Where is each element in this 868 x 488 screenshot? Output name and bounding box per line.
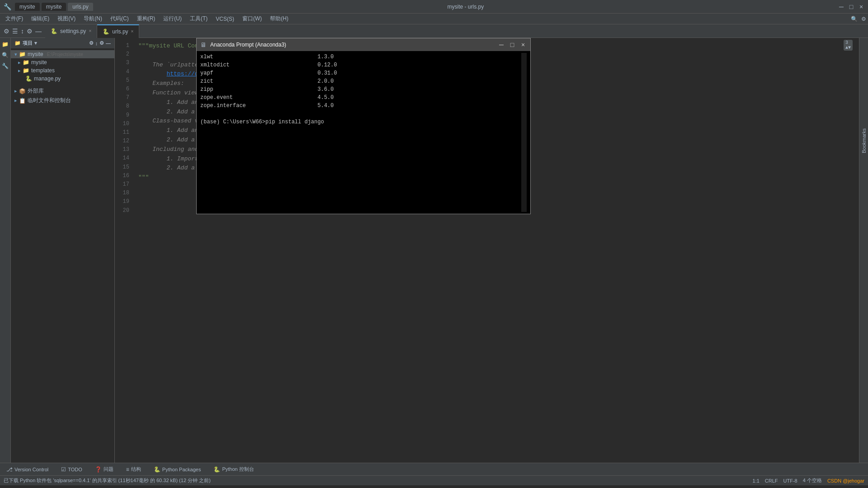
project-toolbar-icon3[interactable]: ⚙	[99, 40, 104, 46]
bottom-tab-python-console[interactable]: 🐍 Python 控制台	[211, 465, 256, 474]
python-console-icon: 🐍	[213, 466, 220, 473]
bottom-panels: ⎇ Version Control ☑ TODO ❓ 问题 ≡ 结构 🐍 Pyt…	[0, 463, 868, 475]
editor-tab-bar: ⚙ ☰ ↕ ⚙ — 🐍 settings.py × 🐍 urls.py ×	[0, 24, 868, 38]
settings-tab-close[interactable]: ×	[89, 28, 91, 33]
app-tab-mysite2[interactable]: mysite	[42, 3, 66, 11]
anaconda-window: 🖥 Anaconda Prompt (Anaconda3) ─ □ × xlwt…	[196, 38, 531, 214]
urls-tab-label: urls.py	[112, 28, 128, 35]
minimize-button[interactable]: ─	[838, 4, 844, 10]
bottom-tab-problems[interactable]: ❓ 问题	[92, 465, 116, 474]
tree-root-mysite[interactable]: ▾ 📁 mysite E:\Projects\mysite	[11, 50, 114, 58]
menu-file[interactable]: 文件(F)	[2, 14, 27, 23]
gutter-badge: 3 ▲▼	[844, 40, 853, 51]
status-watermark: CSDN @jehogar	[827, 478, 864, 483]
tree-item-mysite-subfolder[interactable]: ▸ 📁 mysite	[11, 58, 114, 66]
tree-templates-icon: 📁	[23, 67, 29, 74]
bottom-tab-structure[interactable]: ≡ 结构	[123, 465, 144, 474]
pkg-yapf: yapf 0.31.0	[200, 70, 337, 76]
app-tabs: mysite mysite urls.py	[15, 3, 93, 11]
project-header-dropdown[interactable]: ▾	[34, 40, 37, 46]
menu-window[interactable]: 窗口(W)	[239, 14, 265, 23]
activity-bar: 📁 🔍 🔧	[0, 38, 11, 463]
toolbar-icon-list[interactable]: ☰	[12, 28, 18, 35]
problems-label: 问题	[104, 466, 113, 473]
tree-subfolder-expand-icon: ▸	[18, 60, 21, 66]
menu-bar: 文件(F) 编辑(E) 视图(V) 导航(N) 代码(C) 重构(R) 运行(U…	[0, 14, 868, 24]
anaconda-titlebar[interactable]: 🖥 Anaconda Prompt (Anaconda3) ─ □ ×	[197, 38, 530, 51]
tree-extlibs-icon: 📦	[19, 88, 26, 94]
menu-code[interactable]: 代码(C)	[107, 14, 132, 23]
pkg-zope-interface: zope.interface 5.4.0	[200, 103, 334, 109]
bookmarks-label[interactable]: Bookmarks	[861, 128, 867, 153]
status-line-ending-text: CRLF	[765, 478, 778, 483]
project-header-label: 项目	[23, 40, 33, 47]
title-bar: 🔧 mysite mysite urls.py mysite - urls.py…	[0, 0, 868, 14]
project-panel: 📁 项目 ▾ ⚙ ↕ ⚙ — ▾ 📁 mysite E:\Projects\my…	[11, 38, 115, 463]
menu-edit[interactable]: 编辑(E)	[28, 14, 53, 23]
editor-toolbar: ⚙ ☰ ↕ ⚙ —	[0, 28, 45, 35]
editor-tab-settings[interactable]: 🐍 settings.py ×	[45, 24, 97, 38]
app-tab-urlspy[interactable]: urls.py	[68, 3, 93, 11]
editor-tab-urls[interactable]: 🐍 urls.py ×	[97, 24, 139, 38]
activity-icon-3[interactable]: 🔧	[1, 61, 10, 70]
tree-external-libs[interactable]: ▸ 📦 外部库	[11, 86, 114, 96]
status-encoding-text: UTF-8	[783, 478, 797, 483]
terminal-prompt: (base) C:\Users\W66>pip install django	[200, 119, 324, 125]
tree-item-templates[interactable]: ▸ 📁 templates	[11, 66, 114, 75]
toolbar-icon-sync[interactable]: ⚙	[4, 28, 9, 35]
bottom-tab-vcs[interactable]: ⎇ Version Control	[4, 465, 51, 474]
project-toolbar-icon4[interactable]: —	[106, 41, 111, 46]
tree-temp-files[interactable]: ▸ 📋 临时文件和控制台	[11, 96, 114, 105]
anaconda-window-title: Anaconda Prompt (Anaconda3)	[210, 42, 494, 48]
project-toolbar-icon2[interactable]: ↕	[95, 41, 98, 46]
anaconda-window-icon: 🖥	[200, 41, 207, 48]
toolbar-icon-minimize[interactable]: —	[35, 28, 42, 35]
toolbar-search[interactable]: 🔍	[851, 16, 858, 22]
project-toolbar-icon1[interactable]: ⚙	[89, 40, 94, 46]
bottom-tab-todo[interactable]: ☑ TODO	[58, 465, 85, 474]
tree-root-expand-icon: ▾	[14, 52, 17, 57]
tree-item-managepy[interactable]: 🐍 manage.py	[11, 75, 114, 83]
tree-root-label: mysite	[28, 51, 43, 57]
tree-temp-expand-icon: ▸	[14, 98, 17, 103]
python-packages-icon: 🐍	[154, 466, 160, 473]
pkg-xmltodict: xmltodict 0.12.0	[200, 62, 337, 68]
problems-icon: ❓	[95, 466, 102, 473]
menu-vcs[interactable]: VCS(S)	[212, 15, 238, 23]
status-indent-text: 4 个空格	[803, 477, 822, 484]
status-position[interactable]: 1:1	[753, 478, 760, 483]
toolbar-icon-sort[interactable]: ↕	[21, 28, 24, 35]
toolbar-icon-gear[interactable]: ⚙	[27, 28, 33, 35]
activity-icon-2[interactable]: 🔍	[1, 51, 10, 60]
anaconda-close-button[interactable]: ×	[519, 41, 527, 48]
vcs-icon: ⎇	[6, 466, 13, 473]
status-line-ending[interactable]: CRLF	[765, 478, 778, 483]
structure-label: 结构	[131, 466, 141, 473]
main-layout: 📁 🔍 🔧 📁 项目 ▾ ⚙ ↕ ⚙ — ▾ 📁 mysite E:\Proje…	[0, 38, 868, 463]
menu-run[interactable]: 运行(U)	[160, 14, 185, 23]
toolbar-settings[interactable]: ⚙	[861, 16, 866, 22]
bottom-tab-python-packages[interactable]: 🐍 Python Packages	[151, 465, 204, 474]
menu-help[interactable]: 帮助(H)	[266, 14, 292, 23]
anaconda-minimize-button[interactable]: ─	[498, 41, 505, 48]
menu-navigate[interactable]: 导航(N)	[80, 14, 106, 23]
python-packages-label: Python Packages	[162, 467, 201, 472]
project-tree: ▾ 📁 mysite E:\Projects\mysite ▸ 📁 mysite…	[11, 48, 114, 463]
app-tab-mysite1[interactable]: mysite	[15, 3, 40, 11]
vcs-label: Version Control	[14, 467, 48, 472]
menu-tools[interactable]: 工具(T)	[186, 14, 211, 23]
settings-tab-label: settings.py	[60, 28, 86, 34]
urls-tab-close[interactable]: ×	[131, 29, 134, 34]
anaconda-maximize-button[interactable]: □	[509, 41, 516, 48]
menu-view[interactable]: 视图(V)	[54, 14, 79, 23]
terminal-scrollbar[interactable]	[521, 53, 527, 212]
pkg-zict: zict 2.0.0	[200, 78, 334, 84]
tree-temp-label: 临时文件和控制台	[28, 97, 71, 104]
line-numbers: 12345 678910 1112131415 1617181920	[115, 38, 133, 463]
status-encoding[interactable]: UTF-8	[783, 478, 797, 483]
activity-icon-1[interactable]: 📁	[1, 40, 10, 49]
menu-refactor[interactable]: 重构(R)	[133, 14, 159, 23]
status-indent[interactable]: 4 个空格	[803, 477, 822, 484]
maximize-button[interactable]: □	[848, 4, 854, 10]
close-button[interactable]: ×	[858, 4, 864, 10]
